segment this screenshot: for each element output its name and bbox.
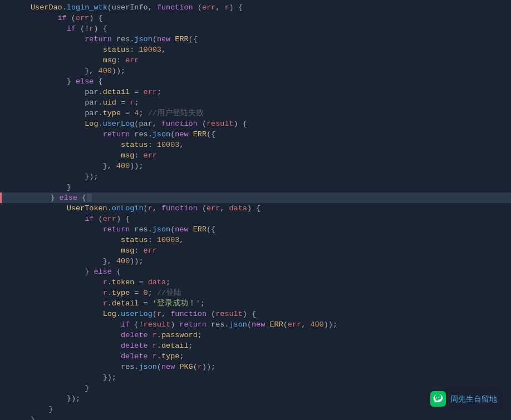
code-line-12: Log.userLog(par, function (result) {: [0, 118, 511, 129]
code-line-35: res.json(new PKG(r));: [0, 362, 511, 372]
code-line-11: par.type = 4; //用户登陆失败: [0, 108, 511, 118]
code-line-34: delete r.type;: [0, 351, 511, 362]
code-line-5: status: 10003,: [0, 45, 511, 55]
code-line-4: return res.json(new ERR({: [0, 34, 511, 45]
code-line-23: status: 10003,: [0, 235, 511, 245]
code-line-1: UserDao.login_wtk(userInfo, function (er…: [0, 2, 511, 13]
code-line-9: par.detail = err;: [0, 87, 511, 97]
code-line-20: UserToken.onLogin(r, function (err, data…: [0, 203, 511, 214]
code-lines: UserDao.login_wtk(userInfo, function (er…: [0, 0, 511, 420]
code-line-31: if (!result) return res.json(new ERR(err…: [0, 319, 511, 330]
code-line-6: msg: err: [0, 55, 511, 66]
code-line-10: par.uid = r;: [0, 97, 511, 108]
code-line-30: Log.userLog(r, function (result) {: [0, 309, 511, 319]
code-line-15: msg: err: [0, 150, 511, 161]
code-line-40: }: [0, 414, 511, 420]
code-line-8: } else {: [0, 76, 511, 87]
code-line-22: return res.json(new ERR({: [0, 224, 511, 235]
code-line-3: if (!r) {: [0, 23, 511, 34]
code-line-26: } else {: [0, 266, 511, 277]
code-line-25: }, 400));: [0, 256, 511, 266]
code-line-27: r.token = data;: [0, 277, 511, 288]
code-line-21: if (err) {: [0, 214, 511, 224]
code-line-7: }, 400));: [0, 66, 511, 76]
wechat-icon: [430, 391, 446, 407]
code-line-29: r.detail = '登录成功！';: [0, 298, 511, 309]
code-line-36: });: [0, 372, 511, 383]
code-line-17: });: [0, 171, 511, 182]
code-line-28: r.type = 0; //登陆: [0, 288, 511, 298]
code-line-32: delete r.password;: [0, 330, 511, 340]
code-line-2: if (err) {: [0, 13, 511, 23]
code-line-13: return res.json(new ERR({: [0, 129, 511, 140]
watermark: 周先生自留地: [425, 388, 503, 410]
code-line-16: }, 400));: [0, 161, 511, 171]
code-editor: UserDao.login_wtk(userInfo, function (er…: [0, 0, 511, 420]
code-line-18: }: [0, 182, 511, 192]
code-line-19: } else {: [0, 192, 511, 203]
watermark-text: 周先生自留地: [450, 394, 497, 404]
code-line-14: status: 10003,: [0, 140, 511, 150]
code-line-33: delete r.detail;: [0, 340, 511, 351]
code-line-24: msg: err: [0, 245, 511, 256]
